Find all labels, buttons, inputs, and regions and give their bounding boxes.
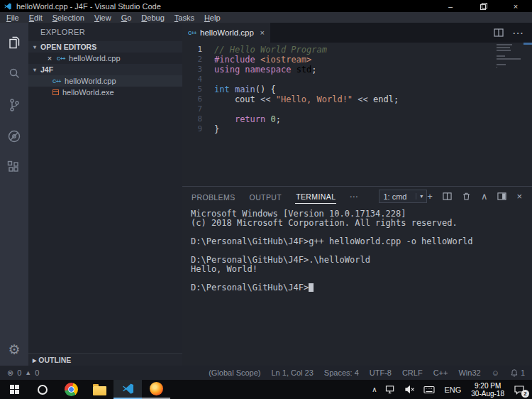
- source-control-icon[interactable]: [0, 89, 28, 121]
- status-item-global-scope: (Global Scope): [209, 368, 260, 377]
- open-editors-header[interactable]: ▾ OPEN EDITORS: [28, 41, 182, 53]
- minimize-button[interactable]: –: [434, 0, 467, 12]
- panel-tab-output[interactable]: OUTPUT: [249, 190, 283, 204]
- line-number: 9: [182, 124, 202, 134]
- code-line-2: 2#include <iostream>: [182, 55, 532, 65]
- feedback-smiley-icon[interactable]: ☺: [492, 368, 499, 377]
- minimap-line: [497, 67, 497, 68]
- close-window-button[interactable]: ×: [499, 0, 532, 12]
- panel-tab-terminal[interactable]: TERMINAL: [295, 189, 336, 204]
- code-token: [214, 114, 235, 124]
- kill-terminal-icon[interactable]: [462, 192, 471, 201]
- problems-status[interactable]: ⊗ 0 ▲ 0: [7, 368, 39, 378]
- menu-item-go[interactable]: Go: [116, 13, 137, 22]
- chevron-right-icon: ▸: [33, 356, 36, 364]
- more-actions-icon[interactable]: ⋯: [512, 26, 523, 40]
- volume-muted-icon[interactable]: [400, 380, 419, 399]
- vscode-taskbar-button[interactable]: [113, 380, 142, 399]
- menu-item-file[interactable]: File: [1, 13, 24, 22]
- menu-item-view[interactable]: View: [89, 13, 116, 22]
- folder-header[interactable]: ▾ J4F: [28, 64, 182, 75]
- error-icon: ⊗: [7, 368, 13, 378]
- cpp-file-icon: C++: [52, 79, 61, 84]
- code-token: using: [214, 65, 240, 75]
- new-terminal-icon[interactable]: +: [427, 192, 433, 201]
- close-tab-icon[interactable]: ×: [260, 28, 265, 37]
- minimap-line: [497, 55, 505, 57]
- search-icon[interactable]: [0, 58, 28, 89]
- chrome-button[interactable]: [57, 380, 85, 399]
- debug-icon[interactable]: [0, 121, 28, 152]
- touch-keyboard-icon[interactable]: [419, 380, 439, 399]
- network-icon[interactable]: [381, 380, 400, 399]
- restore-button[interactable]: [467, 0, 499, 12]
- maximize-panel-icon[interactable]: ∧: [481, 192, 488, 201]
- status-bar: ⊗ 0 ▲ 0 (Global Scope)Ln 1, Col 23Spaces…: [0, 366, 532, 380]
- menu-item-help[interactable]: Help: [199, 13, 226, 22]
- tab-helloworld-cpp[interactable]: C++ helloWorld.cpp ×: [182, 23, 270, 43]
- code-token: // Hello World Program: [214, 45, 327, 55]
- explorer-sidebar: EXPLORER ▾ OPEN EDITORS × C++ helloWorld…: [28, 23, 182, 366]
- chevron-down-icon: ▾: [31, 67, 38, 73]
- firefox-button[interactable]: [142, 380, 170, 399]
- code-token: "Hello, World!": [276, 94, 353, 104]
- tray-expand-icon[interactable]: ∧: [367, 380, 381, 399]
- code-token: std: [297, 65, 312, 75]
- action-center-button[interactable]: 2: [509, 380, 532, 399]
- open-editor-filename: helloWorld.cpp: [69, 54, 121, 62]
- menu-item-selection[interactable]: Selection: [48, 13, 89, 22]
- tab-label: helloWorld.cpp: [200, 28, 254, 37]
- status-item-crlf[interactable]: CRLF: [402, 368, 423, 377]
- code-token: [265, 114, 270, 124]
- exe-file-icon: [52, 89, 59, 95]
- terminal-shell-dropdown[interactable]: 1: cmd ▾: [379, 190, 427, 203]
- menu-item-debug[interactable]: Debug: [136, 13, 169, 22]
- status-item-c[interactable]: C++: [433, 368, 448, 377]
- code-line-3: 3using namespace std;: [182, 65, 532, 75]
- close-panel-icon[interactable]: ×: [516, 192, 522, 201]
- code-token: () {: [255, 84, 276, 94]
- status-item-spaces-4[interactable]: Spaces: 4: [324, 368, 359, 377]
- minimap[interactable]: [497, 44, 523, 70]
- toggle-panel-icon[interactable]: [497, 192, 506, 201]
- status-item-win32[interactable]: Win32: [458, 368, 480, 377]
- taskbar-clock[interactable]: 9:20 PM 30-Aug-18: [466, 382, 509, 398]
- minimap-line: [497, 58, 521, 60]
- panel-tab-problems[interactable]: PROBLEMS: [191, 190, 236, 204]
- split-terminal-icon[interactable]: [443, 192, 452, 201]
- split-editor-icon[interactable]: [494, 28, 504, 38]
- open-editor-item[interactable]: × C++ helloWorld.cpp: [28, 53, 182, 64]
- code-token: 0: [271, 114, 276, 124]
- explorer-icon[interactable]: [0, 27, 28, 58]
- menu-item-tasks[interactable]: Tasks: [170, 13, 199, 22]
- code-token: [291, 65, 296, 75]
- line-number: 6: [182, 94, 202, 104]
- extensions-icon[interactable]: [0, 152, 28, 183]
- code-token: ;: [276, 114, 281, 124]
- panel-more-icon[interactable]: ⋯: [349, 192, 358, 202]
- file-row-exe[interactable]: helloWorld.exe: [28, 87, 182, 98]
- outline-section-header[interactable]: ▸ OUTLINE: [28, 353, 182, 366]
- file-explorer-button[interactable]: [85, 380, 113, 399]
- line-number: 1: [182, 45, 202, 55]
- start-button[interactable]: [0, 380, 28, 399]
- vscode-logo-icon: [4, 2, 12, 11]
- notifications-bell[interactable]: 1: [510, 368, 525, 378]
- panel-header: PROBLEMSOUTPUTTERMINAL ⋯ 1: cmd ▾ +: [182, 187, 532, 206]
- cortana-button[interactable]: [28, 380, 57, 399]
- close-editor-icon[interactable]: ×: [46, 54, 53, 62]
- file-name: helloWorld.cpp: [65, 77, 116, 85]
- terminal-output[interactable]: Microsoft Windows [Version 10.0.17134.22…: [182, 206, 532, 366]
- settings-gear-icon[interactable]: ⚙: [0, 339, 28, 360]
- status-item-ln-1-col-23[interactable]: Ln 1, Col 23: [272, 368, 314, 377]
- scrollbar[interactable]: [523, 43, 532, 45]
- taskbar-time: 9:20 PM: [471, 382, 504, 390]
- status-item-utf-8[interactable]: UTF-8: [370, 368, 392, 377]
- code-editor[interactable]: 1// Hello World Program2#include <iostre…: [182, 43, 532, 186]
- language-indicator[interactable]: ENG: [439, 380, 466, 399]
- line-number: 8: [182, 114, 202, 124]
- code-token: <<: [353, 94, 368, 104]
- menu-item-edit[interactable]: Edit: [24, 13, 48, 22]
- file-row-cpp[interactable]: C++ helloWorld.cpp: [28, 75, 182, 87]
- menu-bar: FileEditSelectionViewGoDebugTasksHelp: [0, 12, 532, 23]
